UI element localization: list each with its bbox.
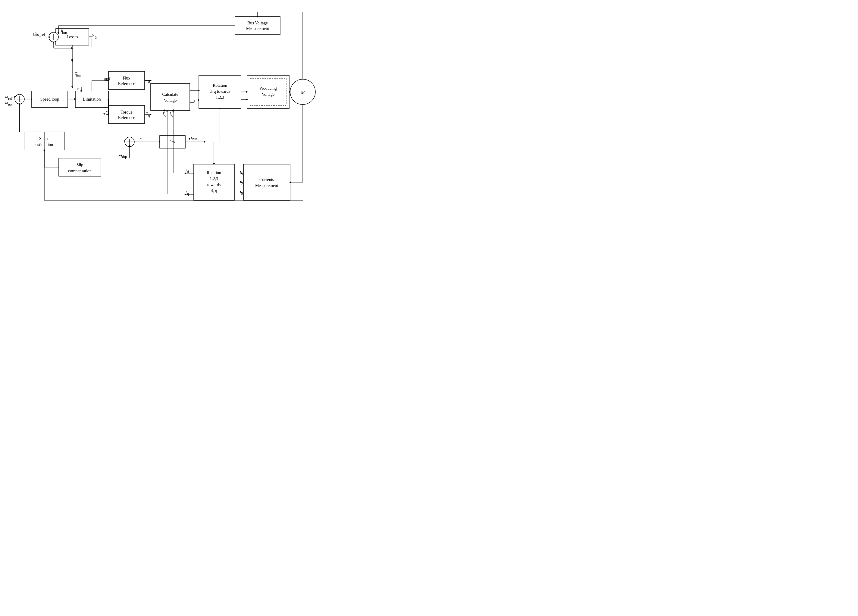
minus-sign-vbus: − xyxy=(50,32,53,36)
torque-ref-label2: Reference xyxy=(118,115,135,120)
b2-sub: 2 xyxy=(95,35,97,40)
omega-est-label: ω xyxy=(5,100,8,105)
id-label-below: i xyxy=(163,111,164,116)
omega-est-sub: est xyxy=(8,102,12,107)
speed-loop-label: Speed loop xyxy=(40,97,59,101)
tstar-label: T xyxy=(103,112,106,116)
bus-voltage-label: Bus Voltage xyxy=(247,21,268,25)
integrator-label: 1/s xyxy=(170,140,175,144)
producing-voltage-label: Producing xyxy=(260,86,277,91)
i2-label: i xyxy=(240,180,241,184)
id-bar-label: ī xyxy=(146,78,148,82)
i3-label: i xyxy=(240,189,241,194)
producing-voltage-block xyxy=(247,75,289,109)
i3-sub: 3 xyxy=(241,191,243,196)
omega-s-label: ω xyxy=(140,137,142,141)
currents-meas-label2: Measurement xyxy=(255,183,278,188)
rotation-123dq-label: Rotation xyxy=(207,171,221,175)
id-out-sub: d xyxy=(187,169,189,174)
tlim-sub: lim xyxy=(76,73,81,78)
losses-label: Losses xyxy=(67,35,78,39)
flux-ref-label: Flux xyxy=(123,76,131,81)
slip-comp-label: Slip xyxy=(76,163,84,167)
iq-label-below: i xyxy=(169,111,171,116)
iq-bar-label: ī xyxy=(146,111,148,116)
b1-label: b xyxy=(78,87,79,91)
vbus-ref-sub: bus_ref xyxy=(33,32,45,37)
phi-ref-label: φ xyxy=(104,76,106,81)
id-sub-below: d xyxy=(165,113,166,118)
vbus-sub: bus xyxy=(62,30,67,35)
rotation-123dq-label2: 1,2,3 xyxy=(210,177,218,181)
rotation-123dq-label4: d, q xyxy=(211,189,217,193)
rotation-dq123-label3: 1,2,3 xyxy=(216,95,224,100)
bus-voltage-block xyxy=(235,17,280,35)
currents-meas-block xyxy=(243,164,290,200)
calc-voltage-label2: Voltage xyxy=(164,98,177,103)
id-out-label: i xyxy=(186,168,187,172)
currents-meas-label: Currents xyxy=(260,177,274,182)
flux-ref-label2: Reference xyxy=(118,81,135,86)
omega-s-sub: s xyxy=(144,138,145,143)
omega-ref-sub: ref xyxy=(8,96,12,101)
iq-out-label: i xyxy=(186,189,187,194)
rotation-dq123-label: Rotation xyxy=(213,83,227,88)
motor-label: M xyxy=(301,91,305,95)
rotation-123dq-block xyxy=(194,164,235,200)
calc-voltage-block xyxy=(151,84,190,110)
svg-rect-0 xyxy=(0,0,429,308)
omega-slip-sub: slip xyxy=(121,155,127,159)
tstar-sup: * xyxy=(106,110,108,114)
rotation-123dq-label3: towards xyxy=(207,183,221,187)
b2-label: b xyxy=(92,33,95,38)
theta-label: Theta xyxy=(188,137,197,141)
omega-ref-label: ω xyxy=(5,94,8,99)
calc-voltage-label: Calculate xyxy=(162,92,178,97)
diagram-container: Bus Voltage Measurement Losses Flux Refe… xyxy=(0,0,429,308)
bus-voltage-label2: Measurement xyxy=(246,26,269,31)
torque-ref-label: Torque xyxy=(121,110,132,115)
rotation-dq123-label2: d, q towards xyxy=(210,89,230,94)
producing-voltage-label2: Voltage xyxy=(262,92,275,97)
limitation-label: Limitation xyxy=(83,97,101,101)
slip-comp-label2: compensation xyxy=(68,169,92,173)
minus-sign-omega: − xyxy=(16,100,19,104)
iq-out-sub: q xyxy=(187,191,189,196)
